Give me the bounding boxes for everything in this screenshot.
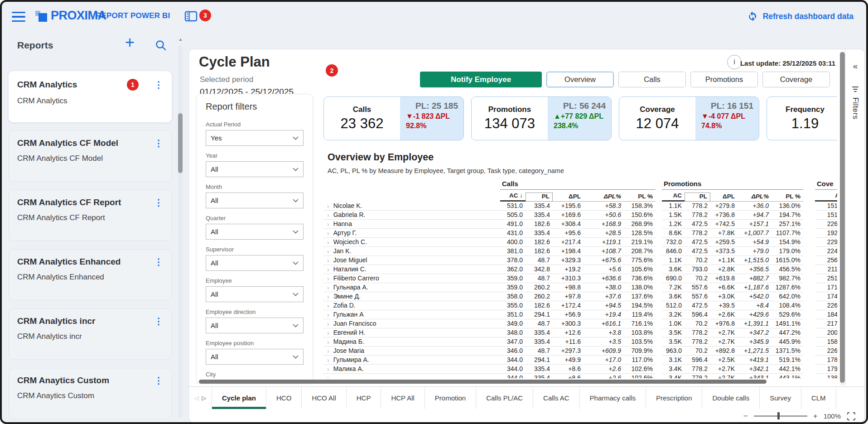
row-expand-icon[interactable]: › (327, 266, 329, 273)
row-expand-icon[interactable]: › (327, 284, 329, 291)
column-header[interactable]: ΔPL (710, 193, 738, 202)
row-expand-icon[interactable]: › (327, 312, 329, 318)
tab-calls-ac[interactable]: Calls AC (533, 387, 579, 409)
tab-hcp-all[interactable]: HCP All (381, 387, 424, 409)
column-header[interactable]: PL (526, 193, 553, 202)
zoom-in-button[interactable]: + (813, 412, 818, 420)
row-expand-icon[interactable]: › (327, 330, 329, 336)
kebab-menu-icon[interactable]: ⋮ (154, 257, 163, 266)
table-row[interactable]: › Jose Maria 346.048.7+297.3+609.9709.9%… (323, 347, 837, 356)
table-row[interactable]: › Евгений Н. 348.0335.4+12.6+3.8103.8% 3… (323, 328, 837, 337)
zoom-slider-thumb[interactable] (777, 412, 780, 419)
table-row[interactable]: › Jan K. 381.0182.6+198.4+108.7208.7% 84… (323, 247, 837, 256)
table-row[interactable]: › Hanna 491.0182.6+308.4+168.9268.9% 1.2… (323, 220, 837, 229)
tab-nav-back-icon[interactable]: ◁ (194, 395, 199, 401)
search-icon[interactable] (155, 39, 167, 53)
filter-select-supervisor[interactable]: All (206, 255, 304, 271)
zoom-slider[interactable] (754, 415, 807, 417)
row-expand-icon[interactable]: › (327, 339, 329, 345)
table-row[interactable]: › Juan Francisco 349.048.7+300.3+616.171… (323, 319, 837, 328)
filter-select-employee-direction[interactable]: All (206, 318, 304, 333)
add-report-button[interactable]: + (125, 34, 135, 51)
table-row[interactable]: › Jose Miguel 378.048.7+329.3+675.6775.6… (323, 256, 837, 265)
kebab-menu-icon[interactable]: ⋮ (154, 317, 163, 326)
tab-hcp[interactable]: HCP (346, 387, 381, 409)
tab-nav-forward-icon[interactable]: ▷ (202, 395, 207, 401)
report-card-crm-analytics-incr[interactable]: CRM Analytics incr ⋮ CRM Analytics incr (9, 308, 172, 360)
row-expand-icon[interactable]: › (327, 348, 329, 354)
kebab-menu-icon[interactable]: ⋮ (154, 80, 163, 89)
column-header[interactable]: ΔPL% (738, 193, 772, 202)
row-expand-icon[interactable]: › (327, 239, 329, 246)
column-header[interactable]: AC ↓ (500, 192, 526, 202)
column-header[interactable]: AC (662, 192, 685, 202)
view-button-promotions[interactable]: Promotions (690, 72, 758, 87)
row-expand-icon[interactable]: › (327, 248, 329, 255)
zoom-out-button[interactable]: − (743, 412, 748, 420)
row-expand-icon[interactable]: › (327, 275, 329, 282)
table-row[interactable]: › Артур Г. 431.0335.4+95.6+28.5128.5% 8.… (323, 229, 837, 238)
column-header[interactable]: PL (685, 193, 710, 202)
tab-double-calls[interactable]: Double calls (702, 387, 759, 409)
table-row[interactable]: › Wojciech C. 400.0182.6+217.4+119.1219.… (323, 238, 837, 247)
row-expand-icon[interactable]: › (327, 366, 329, 372)
row-expand-icon[interactable]: › (327, 257, 329, 264)
tab-clm[interactable]: CLM (801, 387, 836, 409)
column-header[interactable]: PL % (624, 193, 656, 202)
table-row[interactable]: › Filiberto Carrero 359.048.7+310.3+636.… (323, 274, 837, 283)
tab-cycle-plan[interactable]: Cycle plan (212, 387, 266, 409)
menu-icon[interactable] (12, 12, 25, 22)
column-header[interactable]: ΔPL (553, 193, 583, 202)
table-row[interactable]: › Гульмира А. 344.0294.1+49.9+17.0117.0%… (323, 356, 837, 365)
horizontal-scrollbar[interactable] (199, 380, 767, 384)
filter-select-actual-period[interactable]: Yes (206, 130, 304, 146)
notify-employee-button[interactable]: Notify Employee (420, 72, 542, 87)
sidebar-scrollbar[interactable]: ▲ (178, 45, 183, 419)
kebab-menu-icon[interactable]: ⋮ (154, 198, 163, 207)
tab-promotion[interactable]: Promotion (424, 387, 476, 409)
report-card-crm-analytics-cf-model[interactable]: CRM Analytics CF Model ⋮ CRM Analytics C… (9, 130, 172, 182)
row-expand-icon[interactable]: › (327, 212, 329, 218)
filter-select-quarter[interactable]: All (206, 224, 304, 240)
row-expand-icon[interactable]: › (327, 357, 329, 363)
filter-select-year[interactable]: All (206, 161, 304, 177)
table-row[interactable]: › Мадина Б. 347.0335.4+11.6+3.5103.5% 3.… (323, 337, 837, 347)
table-row[interactable]: › Наталия С. 362.0342.8+19.2+5.6105.6% 3… (323, 265, 837, 274)
table-row[interactable]: › Малика А. 344.0335.4+8.6+2.6102.6% 3.4… (323, 365, 837, 374)
row-expand-icon[interactable]: › (327, 321, 329, 327)
tab-calls-pl-ac[interactable]: Calls PL/AC (476, 387, 533, 409)
filter-lines-icon[interactable] (852, 87, 858, 92)
report-card-crm-anaytics-custom[interactable]: CRM Anaytics Custom ⋮ CRM Anaytics Custo… (9, 368, 172, 419)
tab-survey[interactable]: Survey (759, 387, 801, 409)
table-row[interactable]: › Nicolae K. 531.0335.4+195.6+58.3158.3%… (323, 202, 837, 211)
report-card-crm-analytics-cf-report[interactable]: CRM Analytics CF Report ⋮ CRM Analytics … (9, 190, 172, 241)
tab-hco[interactable]: HCO (266, 387, 301, 409)
view-button-coverage[interactable]: Coverage (762, 72, 830, 87)
tab-prescription[interactable]: Prescription (646, 387, 702, 409)
table-row[interactable]: › Гульжан А 351.0294.1+56.9+19.4119.4% 3… (323, 310, 837, 319)
row-expand-icon[interactable]: › (327, 375, 329, 379)
expand-filters-icon[interactable]: « (853, 61, 858, 71)
table-row[interactable]: › 344.0335.4+8.6+2.6102.6% 3.4K778.2+2.7… (323, 374, 837, 378)
vertical-scrollbar[interactable] (840, 51, 845, 385)
report-card-crm-analytics-enhanced[interactable]: CRM Analytics Enhanced ⋮ CRM Analytics E… (9, 249, 172, 300)
view-button-overview[interactable]: Overview (546, 72, 614, 87)
table-row[interactable]: › Zofia D. 355.0182.6+172.4+94.5194.5% 5… (323, 301, 837, 310)
row-expand-icon[interactable]: › (327, 230, 329, 236)
filter-select-month[interactable]: All (206, 193, 304, 208)
fullscreen-icon[interactable] (847, 412, 856, 421)
view-button-calls[interactable]: Calls (618, 72, 686, 87)
kebab-menu-icon[interactable]: ⋮ (154, 376, 163, 385)
column-header[interactable]: PL % (772, 193, 803, 202)
table-row[interactable]: › Гульнара А. 359.0260.2+98.8+38.0138.0%… (323, 283, 837, 292)
table-row[interactable]: › Gabriela R. 505.0335.4+169.6+50.6150.6… (323, 211, 837, 220)
column-header[interactable]: A (815, 192, 837, 202)
scroll-up-icon[interactable]: ▲ (178, 37, 183, 42)
table-row[interactable]: › Эмине Д. 358.0260.2+97.8+37.6137.6% 3.… (323, 292, 837, 301)
filter-select-employee[interactable]: All (206, 286, 304, 302)
sidebar-scrollbar-thumb[interactable] (178, 113, 183, 173)
vertical-scrollbar-thumb[interactable] (840, 52, 845, 383)
column-header[interactable]: ΔPL% (583, 193, 624, 202)
tab-pharmacy-calls[interactable]: Pharmacy calls (579, 387, 646, 409)
kebab-menu-icon[interactable]: ⋮ (154, 139, 163, 148)
